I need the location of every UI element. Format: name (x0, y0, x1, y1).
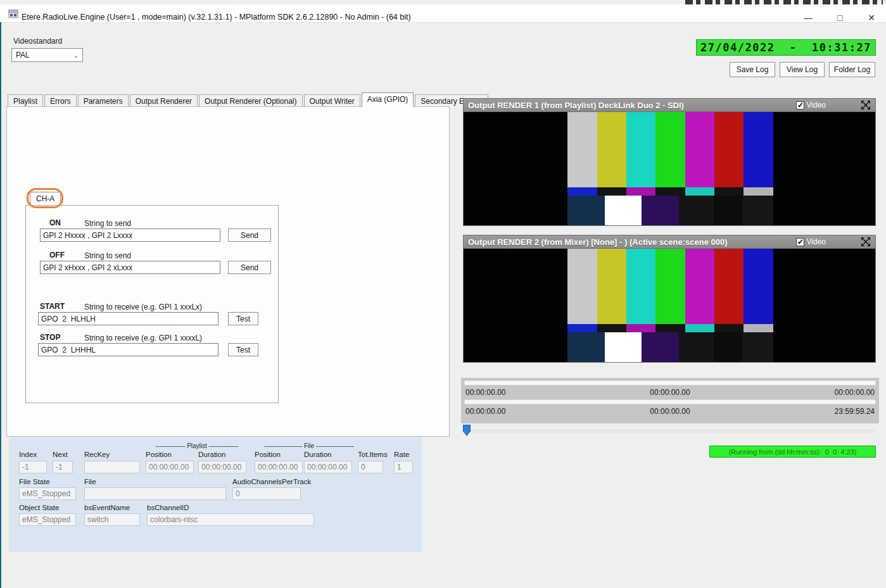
title-bar: Etere.RadioLive.Engine (User=1 , mode=ma… (0, 4, 886, 23)
running-status: (Running from (dd hh:mm:ss): 0 0: 4:23) (709, 446, 876, 458)
start-test-button[interactable]: Test (228, 312, 258, 325)
bschannelid-label: bsChannelID (147, 504, 189, 511)
playlist-duration-value[interactable] (198, 461, 246, 473)
videostandard-select[interactable]: PAL ⌄ (11, 48, 83, 62)
playlist-group-header: -------------- Playlist -------------- (146, 442, 248, 449)
objectstate-label: Object State (19, 504, 59, 511)
file-duration-label: Duration (304, 451, 331, 458)
bschannelid-value[interactable] (147, 513, 314, 526)
tab-playlist[interactable]: Playlist (8, 94, 43, 107)
render-2-header: Output RENDER 2 (from Mixer) [None] - ) … (464, 235, 875, 249)
annotation-highlight-circle (27, 188, 63, 208)
output-render-2: Output RENDER 2 (from Mixer) [None] - ) … (463, 235, 876, 363)
file-duration-value[interactable] (304, 461, 352, 473)
on-hint: String to send (84, 219, 131, 228)
timeline-band: 00:00:00.00 00:00:00.00 00:00:00.00 00:0… (461, 378, 879, 423)
timeline-slider-thumb[interactable] (463, 425, 471, 436)
next-value[interactable] (53, 461, 73, 473)
output-render-1: Output RENDER 1 (from Playlist) DeckLink… (463, 98, 876, 226)
totitems-value[interactable] (358, 461, 383, 473)
file-position-value[interactable] (255, 461, 303, 473)
rate-label: Rate (394, 451, 409, 458)
render-2-video-checkbox[interactable] (796, 238, 804, 246)
window-title: Etere.RadioLive.Engine (User=1 , mode=ma… (22, 13, 411, 22)
smpte-color-bars (567, 249, 773, 362)
render-1-header: Output RENDER 1 (from Playlist) DeckLink… (464, 99, 875, 112)
maximize-icon[interactable]: □ (827, 11, 852, 25)
totitems-label: Tot.Items (358, 451, 388, 458)
start-hint: String to receive (e.g. GPI 1 xxxLx) (84, 303, 202, 311)
stop-label: STOP (40, 333, 60, 342)
timecode: 00:00:00.00 (600, 388, 740, 397)
videostandard-label: Videostandard (13, 37, 62, 46)
timecode: 00:00:00.00 (600, 407, 740, 416)
timecode: 23:59:59.24 (740, 407, 877, 416)
save-log-button[interactable]: Save Log (730, 62, 775, 77)
start-label: START (40, 302, 65, 311)
off-string-input[interactable] (40, 261, 220, 274)
timecode: 00:00:00.00 (464, 388, 600, 397)
videostandard-value: PAL (16, 51, 30, 59)
objectstate-value[interactable] (19, 513, 76, 526)
tab-errors[interactable]: Errors (44, 94, 77, 107)
view-log-button[interactable]: View Log (780, 62, 825, 77)
timecode: 00:00:00.00 (740, 388, 877, 397)
timecode-row-1: 00:00:00.00 00:00:00.00 00:00:00.00 (464, 385, 876, 399)
audiochannels-value[interactable] (232, 487, 301, 500)
bseventname-label: bsEventName (84, 504, 130, 511)
on-send-button[interactable]: Send (228, 228, 271, 242)
chevron-down-icon: ⌄ (73, 52, 79, 59)
playlist-progress-bar (464, 380, 876, 385)
render-1-video-checkbox[interactable] (796, 101, 804, 109)
reckey-label: RecKey (84, 451, 110, 458)
off-label: OFF (49, 251, 65, 260)
render-2-video-frame (464, 249, 875, 362)
file-value[interactable] (84, 487, 226, 500)
on-string-input[interactable] (40, 228, 220, 242)
stop-hint: String to receive (e.g. GPI 1 xxxxL) (84, 334, 202, 342)
filestate-label: File State (19, 478, 50, 485)
render-2-video-label: Video (807, 237, 826, 246)
stop-test-button[interactable]: Test (228, 343, 258, 356)
file-label: File (84, 478, 96, 485)
expand-icon[interactable] (861, 101, 870, 109)
file-group-header: ------------------ File ----------------… (255, 442, 364, 449)
expand-icon[interactable] (861, 237, 870, 246)
index-label: Index (19, 451, 37, 458)
tab-output-renderer[interactable]: Output Renderer (130, 94, 198, 107)
reckey-value[interactable] (84, 461, 140, 473)
audiochannels-label: AudioChannelsPerTrack (232, 478, 311, 485)
cropped-content-artifact (685, 0, 883, 4)
rate-value[interactable] (394, 461, 413, 473)
window-left-border (0, 22, 1, 588)
filestate-value[interactable] (19, 487, 76, 500)
bseventname-value[interactable] (84, 513, 140, 526)
main-tab-strip: Playlist Errors Parameters Output Render… (8, 93, 490, 107)
stop-string-input[interactable] (38, 343, 218, 356)
start-string-input[interactable] (38, 312, 218, 325)
tab-axia-gpio[interactable]: Axia (GPIO) (362, 92, 414, 107)
minimize-icon[interactable]: — (795, 11, 821, 25)
tab-parameters[interactable]: Parameters (78, 94, 129, 107)
playout-status-panel: -------------- Playlist -------------- -… (9, 437, 422, 552)
smpte-color-bars (567, 112, 773, 225)
index-value[interactable] (19, 461, 47, 473)
app-icon (8, 9, 18, 19)
playlist-position-value[interactable] (146, 461, 194, 473)
folder-log-button[interactable]: Folder Log (829, 62, 875, 77)
render-2-title: Output RENDER 2 (from Mixer) [None] - ) … (468, 237, 728, 247)
off-send-button[interactable]: Send (228, 261, 271, 274)
close-icon[interactable]: ✕ (859, 11, 884, 25)
render-1-video-label: Video (807, 101, 826, 109)
timeline-slider-track[interactable] (464, 430, 876, 432)
render-1-title: Output RENDER 1 (from Playlist) DeckLink… (468, 101, 684, 110)
on-label: ON (49, 218, 61, 227)
tab-output-writer[interactable]: Output Writer (304, 94, 360, 107)
render-1-video-frame (464, 112, 875, 225)
playlist-position-label: Position (146, 451, 172, 458)
tab-output-renderer-optional[interactable]: Output Renderer (Optional) (199, 94, 302, 107)
datetime-display: 27/04/2022 - 10:31:27 (696, 39, 876, 56)
off-hint: String to send (84, 251, 131, 260)
file-progress-bar (464, 399, 876, 404)
timecode-row-2: 00:00:00.00 00:00:00.00 23:59:59.24 (464, 404, 876, 418)
